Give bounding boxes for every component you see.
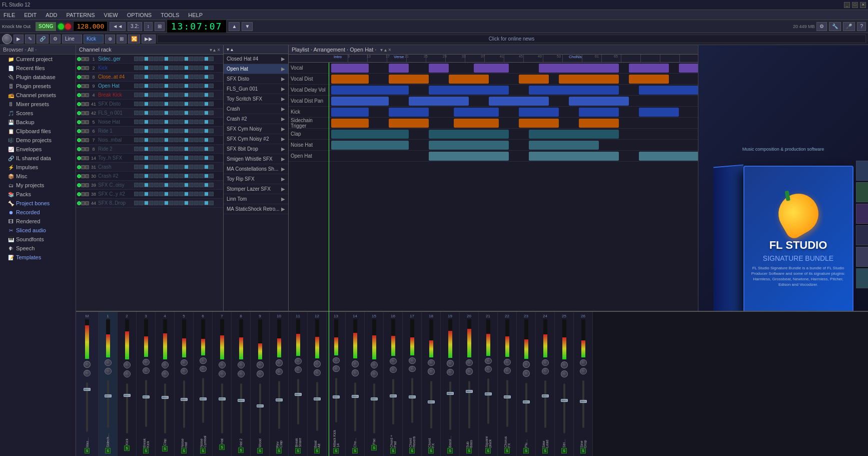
pad[interactable] [139, 183, 144, 187]
track-content[interactable] [329, 96, 698, 106]
pad[interactable] [169, 93, 174, 97]
clip[interactable] [331, 64, 369, 73]
clip[interactable] [529, 86, 619, 95]
pad[interactable] [159, 183, 164, 187]
pad[interactable] [134, 57, 139, 61]
pad[interactable] [159, 111, 164, 115]
pad[interactable] [144, 84, 149, 88]
pad[interactable] [144, 120, 149, 124]
send-button[interactable]: S [333, 448, 339, 453]
menu-help[interactable]: HELP [187, 12, 204, 18]
clip[interactable] [429, 64, 449, 73]
pad[interactable] [199, 201, 204, 205]
pad[interactable] [164, 84, 169, 88]
pad[interactable] [134, 147, 139, 151]
channel-mute-btn[interactable] [81, 102, 85, 106]
channel-mute-btn[interactable] [81, 129, 85, 133]
pad[interactable] [164, 192, 169, 196]
send-button[interactable]: S [181, 448, 187, 453]
pan-knob[interactable] [447, 360, 454, 367]
pad[interactable] [159, 75, 164, 79]
channel-solo-btn[interactable] [85, 93, 89, 97]
fader-track[interactable] [278, 381, 280, 428]
fader-handle[interactable] [124, 394, 131, 397]
send-knob[interactable] [466, 368, 473, 374]
fader-track[interactable] [316, 382, 318, 430]
pad[interactable] [209, 93, 214, 97]
send-knob[interactable] [428, 368, 435, 374]
send-knob[interactable] [485, 366, 492, 372]
pad[interactable] [174, 57, 179, 61]
mixer-channel[interactable]: 12 Beat Alt S [308, 312, 327, 456]
pad[interactable] [169, 147, 174, 151]
fader-handle[interactable] [84, 388, 91, 391]
pad[interactable] [134, 111, 139, 115]
track-content[interactable] [329, 63, 698, 73]
channel-solo-btn[interactable] [85, 183, 89, 187]
channel-mute-btn[interactable] [81, 57, 85, 61]
pad[interactable] [189, 75, 194, 79]
pad[interactable] [199, 183, 204, 187]
pad[interactable] [144, 156, 149, 160]
pan-knob[interactable] [238, 361, 245, 368]
pad[interactable] [174, 165, 179, 169]
channel-mute-btn[interactable] [81, 66, 85, 70]
pad[interactable] [139, 156, 144, 160]
pan-knob[interactable] [504, 359, 511, 365]
mixer-channel[interactable]: 13 Attack Kick 14 S [327, 312, 346, 456]
pan-knob[interactable] [466, 359, 473, 366]
mixer-channel[interactable]: M Master S [76, 312, 99, 456]
pad[interactable] [159, 138, 164, 142]
channel-mute-btn[interactable] [81, 93, 85, 97]
pad[interactable] [159, 174, 164, 178]
pad[interactable] [194, 165, 199, 169]
pad[interactable] [194, 66, 199, 70]
send-button[interactable]: S [352, 448, 358, 453]
mixer-channel[interactable]: 15 Pad S [365, 312, 384, 456]
pad[interactable] [199, 75, 204, 79]
pad[interactable] [189, 138, 194, 142]
fader-track[interactable] [392, 379, 394, 424]
channel-row[interactable]: 39 SFX C..oisy [76, 181, 223, 190]
fader-handle[interactable] [352, 395, 359, 398]
channel-row[interactable]: 38 SFX C..y #2 [76, 190, 223, 199]
send-knob[interactable] [409, 366, 416, 372]
pad[interactable] [174, 174, 179, 178]
instrument-item[interactable]: MA Constellations Sh...▶ [224, 164, 288, 174]
toolbar2-btn7[interactable]: 🔀 [128, 35, 140, 44]
pad[interactable] [209, 156, 214, 160]
toolbar2-btn1[interactable]: ▶ [14, 35, 24, 44]
fader-track[interactable] [430, 381, 432, 428]
send-button[interactable]: S [143, 448, 149, 453]
pad[interactable] [164, 66, 169, 70]
channel-solo-btn[interactable] [85, 174, 89, 178]
instrument-item[interactable]: Linn Tom▶ [224, 194, 288, 204]
pad[interactable] [149, 156, 154, 160]
pad[interactable] [189, 102, 194, 106]
pad[interactable] [134, 183, 139, 187]
pad[interactable] [154, 192, 159, 196]
fader-handle[interactable] [504, 395, 511, 398]
pad[interactable] [149, 147, 154, 151]
pad[interactable] [179, 66, 184, 70]
pad[interactable] [154, 129, 159, 133]
channel-mute-btn[interactable] [81, 138, 85, 142]
send-knob[interactable] [276, 368, 283, 375]
pad[interactable] [189, 201, 194, 205]
pad[interactable] [179, 165, 184, 169]
pad[interactable] [179, 102, 184, 106]
channel-row[interactable]: 44 SFX 8..Drop [76, 199, 223, 208]
pan-knob[interactable] [561, 361, 568, 368]
menu-edit[interactable]: EDIT [23, 12, 38, 18]
mixer-channel[interactable]: 2 Kick S [118, 312, 137, 456]
channel-row[interactable]: 6 Ride 1 [76, 127, 223, 136]
pad[interactable] [184, 111, 189, 115]
pan-knob[interactable] [428, 359, 435, 366]
mixer-channel[interactable]: 21 Square pluck S [479, 312, 498, 456]
pad[interactable] [154, 66, 159, 70]
pad[interactable] [189, 147, 194, 151]
instrument-item[interactable]: Toy Scritch SFX▶ [224, 94, 288, 104]
fader-handle[interactable] [447, 392, 454, 395]
mixer-channel[interactable]: 7 Hat S [213, 312, 232, 456]
sidebar-item-packs[interactable]: 📚Packs [0, 190, 76, 199]
